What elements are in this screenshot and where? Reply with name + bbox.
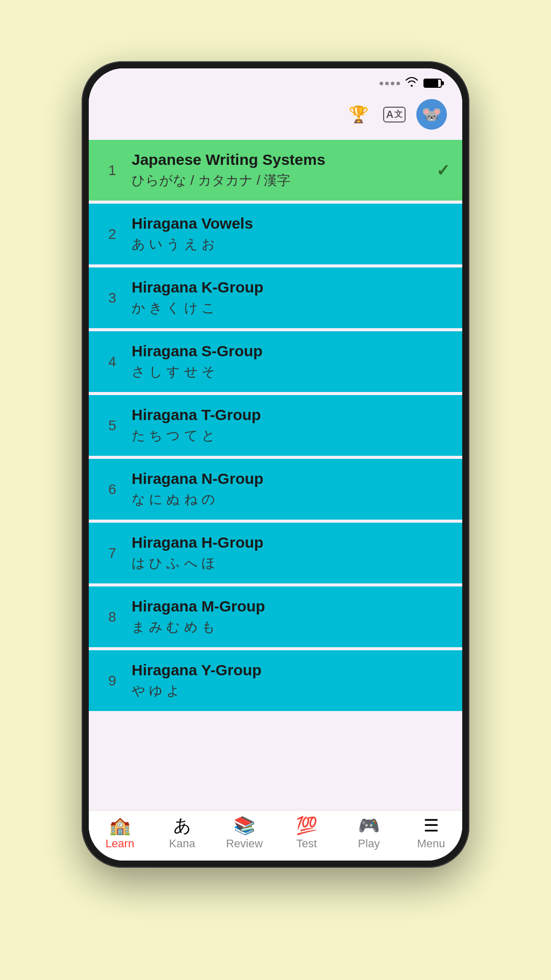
list-item[interactable]: 1Japanese Writing Systemsひらがな / カタカナ / 漢… xyxy=(89,140,462,201)
review-nav-icon: 📚 xyxy=(234,817,255,834)
kana-nav-icon: あ xyxy=(173,817,191,834)
phone-screen: 🏆 A文 🐭 1Japanese Writing Systemsひらがな / カ… xyxy=(89,68,462,861)
item-title: Japanese Writing Systems xyxy=(132,151,436,168)
list-item[interactable]: 8Hiragana M-Groupま み む め も xyxy=(89,586,462,647)
item-subtitle: さ し す せ そ xyxy=(132,363,450,381)
item-content: Hiragana S-Groupさ し す せ そ xyxy=(123,342,450,381)
list-item[interactable]: 5Hiragana T-Groupた ち つ て と xyxy=(89,395,462,456)
status-bar xyxy=(89,68,462,94)
translate-button[interactable]: A文 xyxy=(381,101,408,128)
list-item[interactable]: 4Hiragana S-Groupさ し す せ そ xyxy=(89,331,462,392)
item-number: 5 xyxy=(101,418,123,434)
list-item[interactable]: 9Hiragana Y-Groupや ゆ よ xyxy=(89,650,462,711)
test-nav-icon: 💯 xyxy=(296,817,317,834)
item-title: Hiragana N-Group xyxy=(132,470,450,487)
item-title: Hiragana Vowels xyxy=(132,215,450,232)
learn-nav-icon: 🏫 xyxy=(109,817,131,834)
play-nav-label: Play xyxy=(358,837,380,850)
avatar-icon: 🐭 xyxy=(421,105,442,124)
item-title: Hiragana K-Group xyxy=(132,279,450,296)
item-title: Hiragana S-Group xyxy=(132,342,450,360)
list-item[interactable]: 2Hiragana Vowelsあ い う え お xyxy=(89,204,462,264)
item-number: 4 xyxy=(101,354,123,370)
item-number: 2 xyxy=(101,226,123,242)
trophy-icon: 🏆 xyxy=(348,105,369,124)
status-icons xyxy=(380,77,442,90)
translate-icon: A文 xyxy=(383,107,406,122)
nav-item-play[interactable]: 🎮Play xyxy=(338,817,400,850)
item-number: 7 xyxy=(101,545,123,561)
list-item[interactable]: 7Hiragana H-Groupは ひ ふ へ ほ xyxy=(89,523,462,583)
kana-nav-label: Kana xyxy=(169,837,195,850)
battery-icon xyxy=(423,79,442,88)
item-content: Hiragana Y-Groupや ゆ よ xyxy=(123,662,450,700)
item-content: Hiragana M-Groupま み む め も xyxy=(123,598,450,636)
item-content: Hiragana H-Groupは ひ ふ へ ほ xyxy=(123,534,450,572)
nav-item-menu[interactable]: ☰Menu xyxy=(400,817,462,850)
item-number: 6 xyxy=(101,481,123,498)
item-title: Hiragana M-Group xyxy=(132,598,450,615)
item-subtitle: か き く け こ xyxy=(132,299,450,317)
list-item[interactable]: 3Hiragana K-Groupか き く け こ xyxy=(89,267,462,328)
nav-item-learn[interactable]: 🏫Learn xyxy=(89,817,151,850)
app-header: 🏆 A文 🐭 xyxy=(89,94,462,140)
list-item[interactable]: 6Hiragana N-Groupな に ぬ ね の xyxy=(89,459,462,520)
item-subtitle: あ い う え お xyxy=(132,235,450,253)
header-icons: 🏆 A文 🐭 xyxy=(345,99,447,130)
play-nav-icon: 🎮 xyxy=(358,817,380,834)
item-subtitle: は ひ ふ へ ほ xyxy=(132,554,450,572)
item-number: 3 xyxy=(101,290,123,306)
item-number: 9 xyxy=(101,673,123,689)
test-nav-label: Test xyxy=(296,837,317,850)
lessons-list: 1Japanese Writing Systemsひらがな / カタカナ / 漢… xyxy=(89,140,462,810)
learn-nav-label: Learn xyxy=(106,837,134,850)
review-nav-label: Review xyxy=(226,837,263,850)
item-subtitle: た ち つ て と xyxy=(132,427,450,445)
item-subtitle: ひらがな / カタカナ / 漢字 xyxy=(132,172,436,189)
trophy-button[interactable]: 🏆 xyxy=(345,101,372,128)
item-content: Hiragana N-Groupな に ぬ ね の xyxy=(123,470,450,508)
avatar-button[interactable]: 🐭 xyxy=(416,99,447,130)
menu-nav-icon: ☰ xyxy=(423,817,439,834)
item-content: Hiragana Vowelsあ い う え お xyxy=(123,215,450,253)
item-title: Hiragana H-Group xyxy=(132,534,450,551)
item-number: 8 xyxy=(101,609,123,625)
item-subtitle: や ゆ よ xyxy=(132,682,450,700)
item-number: 1 xyxy=(101,162,123,179)
bottom-nav: 🏫LearnあKana📚Review💯Test🎮Play☰Menu xyxy=(89,810,462,861)
phone-frame: 🏆 A文 🐭 1Japanese Writing Systemsひらがな / カ… xyxy=(82,61,469,868)
item-subtitle: ま み む め も xyxy=(132,618,450,636)
item-checkmark-icon: ✓ xyxy=(436,161,450,180)
menu-nav-label: Menu xyxy=(417,837,445,850)
signal-dots-icon xyxy=(380,82,400,85)
nav-item-review[interactable]: 📚Review xyxy=(213,817,276,850)
wifi-icon xyxy=(405,77,418,90)
item-content: Hiragana T-Groupた ち つ て と xyxy=(123,406,450,445)
nav-item-test[interactable]: 💯Test xyxy=(276,817,338,850)
item-subtitle: な に ぬ ね の xyxy=(132,491,450,508)
item-content: Japanese Writing Systemsひらがな / カタカナ / 漢字 xyxy=(123,151,436,189)
item-content: Hiragana K-Groupか き く け こ xyxy=(123,279,450,317)
item-title: Hiragana Y-Group xyxy=(132,662,450,679)
nav-item-kana[interactable]: あKana xyxy=(151,817,213,850)
item-title: Hiragana T-Group xyxy=(132,406,450,424)
